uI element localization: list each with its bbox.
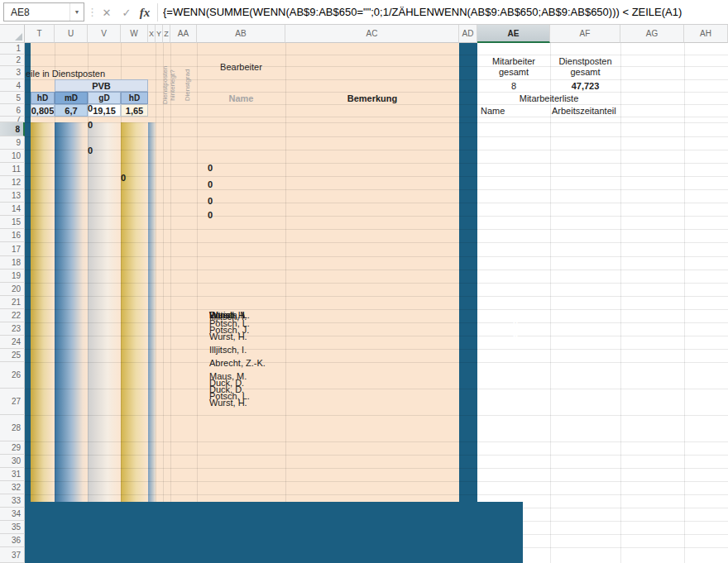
- cell-anteile-label[interactable]: eile in Dienstposten: [26, 68, 150, 79]
- row-header-32[interactable]: 32: [0, 481, 25, 494]
- column-header-Y[interactable]: Y: [156, 25, 163, 43]
- row-header-29[interactable]: 29: [0, 441, 25, 455]
- column-header-AG[interactable]: AG: [620, 25, 684, 43]
- row-header-24[interactable]: 24: [0, 336, 25, 349]
- column-header-U[interactable]: U: [55, 25, 88, 43]
- column-header-Z[interactable]: Z: [163, 25, 170, 43]
- row-header-35[interactable]: 35: [0, 521, 25, 534]
- name-box[interactable]: AE8 ▼: [3, 2, 84, 21]
- row-header-33[interactable]: 33: [0, 494, 25, 508]
- column-header-AB[interactable]: AB: [197, 25, 285, 43]
- row-header-5[interactable]: 5: [0, 92, 25, 104]
- row-header-30[interactable]: 30: [0, 455, 25, 468]
- row-header-12[interactable]: 12: [0, 176, 25, 189]
- row-header-1[interactable]: 1: [0, 43, 25, 55]
- name-box-dropdown-icon[interactable]: ▼: [69, 3, 84, 21]
- row-header-37[interactable]: 37: [0, 547, 25, 563]
- column-header-AC[interactable]: AC: [285, 25, 459, 43]
- column-header-AF[interactable]: AF: [550, 25, 620, 43]
- row-header-28[interactable]: 28: [0, 415, 25, 441]
- select-all-corner[interactable]: [0, 25, 25, 43]
- row-header-11[interactable]: 11: [0, 163, 25, 176]
- column-header-V[interactable]: V: [88, 25, 121, 43]
- row-header-19[interactable]: 19: [0, 270, 25, 283]
- cell-arbeitszeitanteil-header[interactable]: Arbeitszeitanteil: [550, 104, 620, 117]
- column-header-AH[interactable]: AH: [684, 25, 728, 43]
- row-header-31[interactable]: 31: [0, 468, 25, 481]
- row-header-7[interactable]: 7: [0, 117, 25, 122]
- row-header-10[interactable]: 10: [0, 150, 25, 163]
- cell-W37[interactable]: 1,5: [121, 173, 523, 563]
- cell-dienstposten-gesamt-value[interactable]: 47,723: [550, 79, 620, 92]
- gridline: [550, 43, 551, 563]
- row-header-3[interactable]: 3: [0, 66, 25, 79]
- formula-bar-grip-icon: ⋮: [87, 4, 98, 21]
- row-header-17[interactable]: 17: [0, 242, 25, 256]
- enter-button[interactable]: ✓: [117, 2, 136, 22]
- row-header-23[interactable]: 23: [0, 322, 25, 336]
- formula-bar-divider: [157, 3, 158, 21]
- row-header-22[interactable]: 22: [0, 309, 25, 322]
- row-header-9[interactable]: 9: [0, 136, 25, 150]
- row-header-14[interactable]: 14: [0, 203, 25, 216]
- column-header-AA[interactable]: AA: [170, 25, 197, 43]
- row-header-34[interactable]: 34: [0, 508, 25, 521]
- row-header-6[interactable]: 6: [0, 104, 25, 117]
- formula-input[interactable]: {=WENN(SUMME(WENN(AB$9:AB$650="";0;1/ZÄH…: [163, 0, 726, 25]
- cancel-button[interactable]: ✕: [98, 2, 116, 22]
- column-header-X[interactable]: X: [148, 25, 156, 43]
- row-header-21[interactable]: 21: [0, 296, 25, 309]
- row-header-15[interactable]: 15: [0, 216, 25, 229]
- cell-mitarbeiter-gesamt-label[interactable]: Mitarbeiter gesamt: [477, 55, 550, 79]
- row-header-8[interactable]: 8: [0, 122, 25, 136]
- gridline: [684, 43, 685, 563]
- row-header-27[interactable]: 27: [0, 389, 25, 415]
- gridline: [25, 66, 728, 67]
- row-header-16[interactable]: 16: [0, 229, 25, 242]
- row-header-36[interactable]: 36: [0, 534, 25, 547]
- row-header-25[interactable]: 25: [0, 349, 25, 362]
- row-header-2[interactable]: 2: [0, 55, 25, 66]
- column-header-AE[interactable]: AE: [477, 25, 550, 43]
- formula-bar: AE8 ▼ ⋮ ✕ ✓ fx {=WENN(SUMME(WENN(AB$9:AB…: [0, 0, 728, 25]
- cell-dienstposten-gesamt-label[interactable]: Dienstposten gesamt: [550, 55, 620, 79]
- insert-function-button[interactable]: fx: [136, 2, 154, 22]
- column-header-T[interactable]: T: [25, 25, 55, 43]
- select-all-icon: [15, 33, 22, 41]
- gridline: [620, 43, 621, 563]
- row-header-20[interactable]: 20: [0, 283, 25, 296]
- name-box-value: AE8: [11, 7, 30, 18]
- spreadsheet: eile in Dienstposten PVB hD mD gD hD 0,8…: [0, 25, 728, 563]
- row-header-4[interactable]: 4: [0, 79, 25, 92]
- row-header-13[interactable]: 13: [0, 189, 25, 203]
- row-header-18[interactable]: 18: [0, 256, 25, 270]
- cell-bearbeiter-header[interactable]: Bearbeiter: [197, 55, 285, 79]
- row-header-26[interactable]: 26: [0, 362, 25, 389]
- column-header-AD[interactable]: AD: [459, 25, 477, 43]
- gridline: [25, 55, 728, 55]
- column-header-W[interactable]: W: [121, 25, 148, 43]
